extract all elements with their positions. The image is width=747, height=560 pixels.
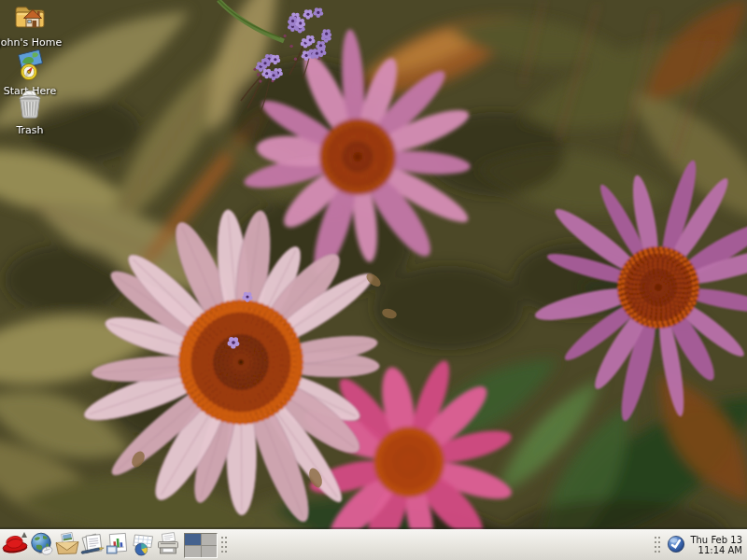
desktop: john's Home Start Here: [0, 0, 747, 560]
launcher-web-browser[interactable]: [29, 531, 54, 560]
menu-arrow-icon: [21, 532, 27, 538]
tray-drag-handle[interactable]: [654, 536, 661, 555]
printer-icon: [155, 532, 181, 559]
writer-documents-icon: [79, 532, 106, 559]
wallpaper-image: [0, 0, 747, 560]
workspace-switcher[interactable]: [184, 533, 218, 558]
desktop-icon-label: john's Home: [0, 37, 62, 49]
bottom-panel: Thu Feb 13 11:14 AM: [0, 529, 747, 560]
desktop-icon-trash[interactable]: Trash: [0, 89, 69, 136]
trash-icon: [13, 89, 47, 124]
launcher-email[interactable]: [54, 531, 79, 560]
start-here-icon: [13, 49, 47, 85]
launcher-presentation[interactable]: [105, 531, 130, 560]
launcher-print-manager[interactable]: [155, 531, 180, 560]
email-envelope-icon: [54, 532, 80, 559]
workspace-cell[interactable]: [202, 534, 218, 545]
home-folder-icon: [12, 2, 48, 36]
clock[interactable]: Thu Feb 13 11:14 AM: [690, 535, 742, 556]
update-notifier-button[interactable]: [665, 533, 687, 557]
main-menu-button[interactable]: [0, 531, 29, 560]
launcher-spreadsheet[interactable]: [130, 531, 155, 560]
workspace-cell[interactable]: [202, 546, 218, 557]
launcher-word-processor[interactable]: [79, 531, 105, 560]
clock-time: 11:14 AM: [690, 545, 742, 556]
workspace-cell[interactable]: [185, 546, 201, 557]
clock-date: Thu Feb 13: [690, 535, 742, 546]
desktop-icon-home[interactable]: john's Home: [0, 2, 69, 49]
browser-globe-icon: [30, 532, 54, 559]
impress-chart-icon: [105, 532, 131, 559]
desktop-icon-label: Trash: [16, 125, 43, 136]
calc-pie-icon: [130, 532, 156, 559]
workspace-cell[interactable]: [185, 534, 201, 545]
applet-drag-handle[interactable]: [220, 536, 228, 555]
update-check-icon: [667, 535, 685, 556]
